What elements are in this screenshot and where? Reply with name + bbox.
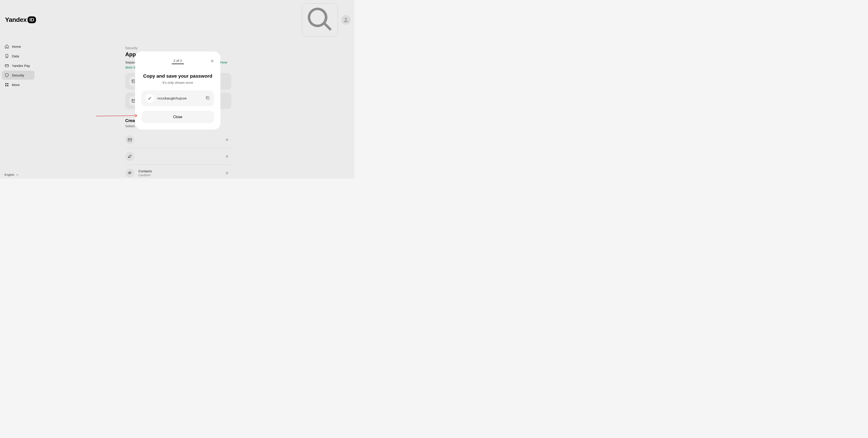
password-display: nccokacgkrhujcoe — [142, 90, 214, 106]
copy-button[interactable] — [206, 96, 210, 101]
modal-step-indicator: 2 of 2 — [170, 59, 185, 66]
key-icon — [148, 96, 152, 100]
password-text: nccokacgkrhujcoe — [157, 96, 202, 100]
copy-icon — [206, 96, 210, 100]
close-button[interactable]: Close — [142, 111, 214, 123]
svg-rect-15 — [207, 97, 209, 99]
svg-line-16 — [96, 116, 137, 116]
modal-close-button[interactable] — [209, 58, 215, 64]
modal-title: Copy and save your password — [142, 73, 214, 79]
password-modal: 2 of 2 Copy and save your password It's … — [135, 52, 220, 129]
modal-subtitle: It's only shown once — [142, 81, 214, 85]
svg-point-14 — [149, 98, 150, 99]
close-icon — [210, 59, 215, 63]
annotation-arrow — [96, 113, 142, 120]
